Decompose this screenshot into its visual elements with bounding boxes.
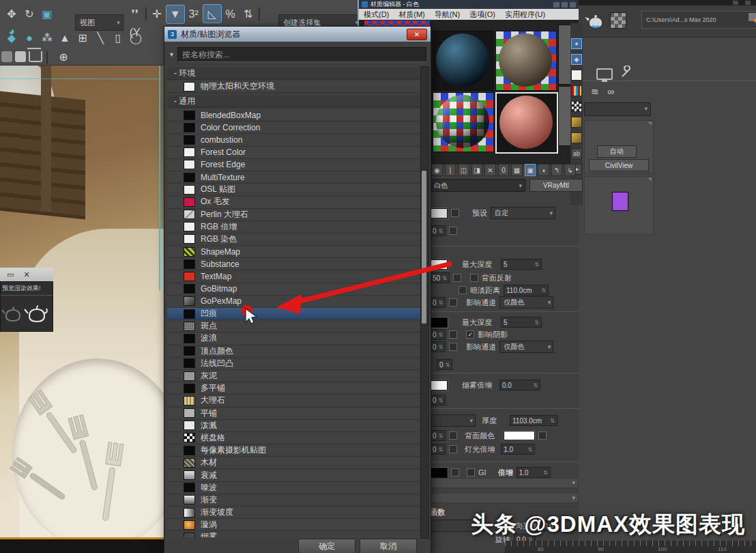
sample-slot-partial[interactable]: [558, 86, 572, 146]
minimize-icon[interactable]: [553, 2, 559, 8]
spinner-snap-icon[interactable]: ⇅: [239, 5, 257, 23]
project-path-dropdown[interactable]: C:\Users\Ad...s Max 2020: [641, 11, 756, 29]
map-item[interactable]: 物理太阳和天空环境: [167, 81, 421, 93]
map-item[interactable]: Ox 毛发: [167, 196, 421, 208]
close-icon[interactable]: [745, 1, 751, 5]
crosshair-icon[interactable]: ✛: [148, 5, 166, 23]
render-teapot-icon[interactable]: [584, 11, 606, 29]
map-item[interactable]: Substance: [167, 258, 421, 270]
timeline-ticks[interactable]: 8090100110: [505, 541, 756, 553]
map-checkbox[interactable]: [449, 227, 457, 235]
render-float-panel[interactable]: ▭ ✕ 预览渲染效果!: [0, 268, 53, 330]
teapot-icons[interactable]: [1, 296, 53, 326]
selfillum-swatch[interactable]: [430, 468, 448, 478]
window-controls[interactable]: [553, 2, 576, 8]
dim-distance-checkbox[interactable]: [459, 286, 467, 294]
menu-item[interactable]: 选项(O): [465, 10, 500, 20]
max-depth-spinner[interactable]: 5⇅: [501, 259, 542, 270]
reflect-swatch[interactable]: [430, 259, 448, 270]
assign-material-icon[interactable]: ◨: [471, 164, 483, 176]
light-mult-spinner[interactable]: 1.0⇅: [501, 444, 535, 455]
checker-background-icon[interactable]: [571, 101, 582, 112]
scatter-icon[interactable]: ⁂: [38, 29, 56, 46]
map-item[interactable]: TextMap: [167, 270, 421, 283]
map-item[interactable]: BlendedBoxMap: [167, 109, 421, 122]
map-checkbox[interactable]: [449, 330, 457, 339]
max-depth-spinner[interactable]: 5⇅: [501, 317, 542, 328]
close-icon[interactable]: [570, 2, 576, 8]
subdivs-spinner[interactable]: 0⇅: [430, 329, 446, 340]
fog-color-swatch[interactable]: [430, 380, 448, 391]
map-checkbox[interactable]: [453, 274, 461, 282]
glossy-spinner[interactable]: 0⇅: [430, 297, 446, 308]
shape-icon[interactable]: ▯: [109, 29, 127, 46]
fog-mult-spinner[interactable]: 0.0⇅: [499, 380, 540, 391]
background-icon[interactable]: [571, 70, 582, 81]
get-material-icon[interactable]: ◉: [431, 164, 443, 176]
map-item[interactable]: RGB 染色: [167, 233, 421, 246]
show-map-viewport-icon[interactable]: ▣: [525, 164, 536, 176]
menu-item[interactable]: 模式(D): [359, 10, 394, 20]
gi-checkbox[interactable]: [467, 468, 475, 477]
auto-button[interactable]: 自动: [597, 145, 637, 158]
map-item[interactable]: combustion: [167, 134, 421, 146]
map-checkbox[interactable]: [451, 209, 459, 217]
array-icon[interactable]: ⊕: [55, 48, 72, 66]
map-item[interactable]: Forest Color: [167, 147, 421, 159]
align-icon[interactable]: ●: [20, 29, 38, 47]
rotate-icon[interactable]: ↻: [20, 5, 38, 23]
map-item[interactable]: 每像素摄影机贴图: [167, 444, 421, 457]
map-item[interactable]: 渐变坡度: [167, 507, 421, 519]
maximize-icon[interactable]: [733, 1, 738, 5]
map-item[interactable]: 泼溅: [167, 420, 421, 432]
map-item[interactable]: Color Correction: [167, 122, 421, 134]
select-move-icon[interactable]: ✥: [3, 5, 20, 23]
put-to-library-icon[interactable]: ▦: [511, 164, 523, 176]
close-icon[interactable]: ✕: [23, 270, 29, 279]
map-item[interactable]: Forest Edge: [167, 159, 421, 171]
map-checkbox[interactable]: [449, 431, 457, 440]
collapsed-rollout[interactable]: [430, 493, 579, 503]
back-reflect-checkbox[interactable]: [470, 274, 478, 282]
ring-icon[interactable]: ◯: [127, 29, 145, 46]
dialog-titlebar[interactable]: 3 材质/贴图浏览器 ✕: [164, 27, 431, 42]
map-item[interactable]: 木材: [167, 457, 421, 469]
refract-swatch[interactable]: [430, 317, 448, 328]
grid-icon[interactable]: ⊞: [74, 29, 91, 46]
go-to-parent-icon[interactable]: ↰: [551, 164, 563, 176]
object-color-swatch[interactable]: [612, 192, 628, 211]
subdivs-spinner[interactable]: 50⇅: [430, 272, 450, 283]
sample-slot-navy[interactable]: [433, 31, 494, 91]
map-item[interactable]: 顶点颜色: [167, 345, 421, 358]
map-item[interactable]: 噪波: [167, 482, 421, 494]
map-item[interactable]: 多平铺: [167, 382, 421, 395]
show-end-result-icon[interactable]: ◖: [538, 164, 549, 176]
maximize-icon[interactable]: [562, 2, 568, 8]
scale-icon[interactable]: ▣: [38, 5, 56, 23]
section-header-environment[interactable]: - 环境: [167, 68, 421, 80]
map-item[interactable]: 渐变: [167, 494, 421, 507]
menu-item[interactable]: 导航(N): [430, 10, 465, 20]
backlight-icon[interactable]: ◆: [571, 54, 582, 65]
map-item[interactable]: 大理石: [167, 395, 421, 407]
render-frame-window-icon[interactable]: [748, 12, 756, 22]
space-warp-icon[interactable]: ≋: [591, 86, 599, 97]
sample-slot-checker[interactable]: [433, 92, 494, 152]
translucency-dropdown[interactable]: [430, 414, 476, 427]
map-item[interactable]: 平铺: [167, 408, 421, 420]
material-name-dropdown[interactable]: 白色: [430, 179, 525, 192]
make-preview-icon[interactable]: [571, 132, 582, 143]
menu-item[interactable]: 实用程序(U): [500, 10, 550, 20]
fog-bias-spinner[interactable]: 0⇅: [430, 395, 446, 406]
map-item-selected[interactable]: 凹痕: [167, 308, 421, 320]
sample-slot-brown[interactable]: [495, 31, 557, 91]
angle-snap-icon[interactable]: ◺: [203, 4, 222, 23]
pattern-background-icon[interactable]: [571, 85, 582, 96]
sample-slot-partial[interactable]: [364, 20, 430, 26]
ior-spinner[interactable]: 0⇅: [430, 341, 446, 352]
display-tab-icon[interactable]: [596, 68, 613, 80]
paint-falloff-icon[interactable]: ❜❜: [126, 5, 144, 23]
sample-slot-salmon[interactable]: [495, 92, 558, 154]
put-material-icon[interactable]: ◫: [458, 164, 469, 176]
close-button[interactable]: ✕: [407, 29, 427, 40]
